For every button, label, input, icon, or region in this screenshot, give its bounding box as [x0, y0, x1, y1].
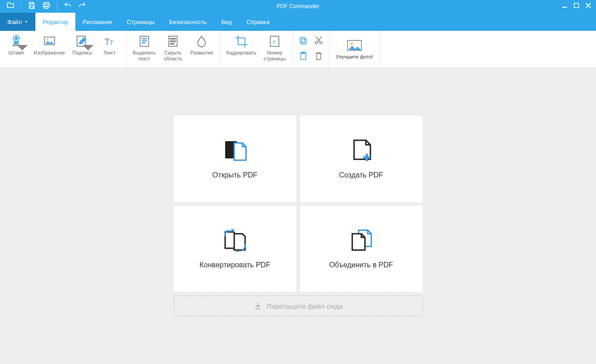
tab-help[interactable]: Справка [239, 13, 277, 31]
download-icon [253, 301, 262, 310]
blur-icon [195, 34, 208, 48]
close-icon[interactable] [585, 2, 591, 10]
chevron-down-icon [25, 20, 28, 24]
tab-drawing-label: Рисование [83, 19, 112, 25]
chevron-down-icon [15, 41, 29, 54]
merge-pdf-icon [348, 228, 375, 252]
pagenum-button[interactable]: # Номер страницы [260, 33, 290, 66]
blur-label: Размытие [190, 50, 213, 56]
svg-text:#: # [273, 39, 276, 45]
convert-pdf-icon [222, 228, 249, 252]
paste-icon [299, 51, 308, 60]
hidearea-button[interactable]: Скрыть область [159, 33, 187, 66]
svg-point-34 [350, 43, 353, 45]
ribbon: Штамп Изображение Подпись TT Текст Выдел… [0, 31, 596, 68]
convert-pdf-card[interactable]: Конвертировать PDF [174, 206, 296, 292]
stamp-button[interactable]: Штамп [3, 33, 30, 66]
svg-text:T: T [109, 39, 113, 46]
save-icon[interactable] [28, 1, 36, 11]
open-pdf-label: Открыть PDF [212, 171, 257, 179]
cut-icon [314, 36, 323, 45]
blur-button[interactable]: Размытие [187, 33, 217, 66]
dropzone[interactable]: Перетащите файл сюда [174, 295, 423, 316]
image-button[interactable]: Изображение [30, 33, 69, 66]
create-pdf-label: Создать PDF [339, 171, 383, 179]
highlight-label: Выделить текст [133, 50, 156, 62]
svg-point-11 [46, 39, 48, 40]
maximize-icon[interactable] [573, 2, 580, 10]
svg-rect-26 [302, 39, 306, 44]
tab-file-label: Файл [7, 19, 22, 25]
trash-icon [314, 51, 323, 60]
minimize-icon[interactable] [562, 2, 568, 10]
text-button[interactable]: TT Текст [96, 33, 123, 66]
svg-rect-4 [574, 3, 579, 8]
pagenum-icon: # [268, 34, 281, 48]
crop-icon [235, 34, 248, 48]
text-icon: TT [103, 34, 116, 48]
open-pdf-card[interactable]: Открыть PDF [174, 116, 296, 202]
tab-view-label: Вид [221, 19, 232, 25]
tab-security[interactable]: Безопасность [162, 13, 214, 31]
workspace: Открыть PDF Создать PDF Конвертировать P… [0, 68, 596, 364]
svg-rect-32 [302, 52, 305, 54]
tab-pages-label: Страницы [127, 19, 154, 25]
merge-pdf-card[interactable]: Объединить в PDF [300, 206, 423, 292]
signature-button[interactable]: Подпись [69, 33, 96, 66]
cut-button[interactable] [312, 34, 325, 47]
paste-button[interactable] [296, 49, 310, 63]
promo-label[interactable]: Улучшите фото! [336, 54, 373, 59]
delete-button[interactable] [312, 49, 325, 63]
svg-rect-25 [300, 37, 305, 43]
tab-file[interactable]: Файл [0, 13, 35, 31]
tab-view[interactable]: Вид [214, 13, 239, 31]
undo-icon[interactable] [64, 1, 72, 11]
create-pdf-icon [348, 138, 375, 162]
app-title: PDF Commander [277, 3, 319, 10]
convert-pdf-label: Конвертировать PDF [200, 261, 271, 269]
photo-icon [347, 39, 362, 51]
open-pdf-icon [222, 138, 249, 162]
pagenum-label: Номер страницы [264, 50, 286, 62]
tab-editor-label: Редактор [43, 19, 68, 25]
highlight-button[interactable]: Выделить текст [129, 33, 159, 66]
tab-pages[interactable]: Страницы [119, 13, 162, 31]
tab-drawing[interactable]: Рисование [75, 13, 119, 31]
chevron-down-icon [81, 41, 95, 54]
svg-rect-20 [170, 38, 176, 40]
copy-icon [299, 36, 308, 45]
menu-tabs: Файл Редактор Рисование Страницы Безопас… [0, 13, 596, 31]
separator [57, 2, 57, 10]
titlebar: PDF Commander [0, 0, 596, 13]
svg-point-8 [15, 37, 18, 40]
tab-security-label: Безопасность [169, 19, 207, 25]
dropzone-label: Перетащите файл сюда [267, 302, 343, 310]
svg-rect-21 [170, 40, 176, 42]
image-label: Изображение [34, 50, 65, 56]
svg-rect-22 [170, 43, 174, 45]
open-icon[interactable] [6, 1, 15, 11]
tab-help-label: Справка [246, 19, 270, 25]
hidearea-label: Скрыть область [164, 50, 182, 62]
separator [21, 2, 21, 10]
redo-icon[interactable] [78, 1, 86, 11]
hidearea-icon [166, 34, 180, 48]
image-icon [43, 34, 56, 48]
copy-button[interactable] [296, 34, 310, 47]
crop-label: Кадрировать [227, 50, 256, 56]
crop-button[interactable]: Кадрировать [223, 33, 260, 66]
highlight-icon [138, 34, 151, 48]
tab-editor[interactable]: Редактор [35, 13, 75, 31]
text-label: Текст [103, 50, 116, 56]
create-pdf-card[interactable]: Создать PDF [300, 116, 423, 202]
print-icon[interactable] [42, 1, 50, 11]
merge-pdf-label: Объединить в PDF [329, 261, 393, 269]
